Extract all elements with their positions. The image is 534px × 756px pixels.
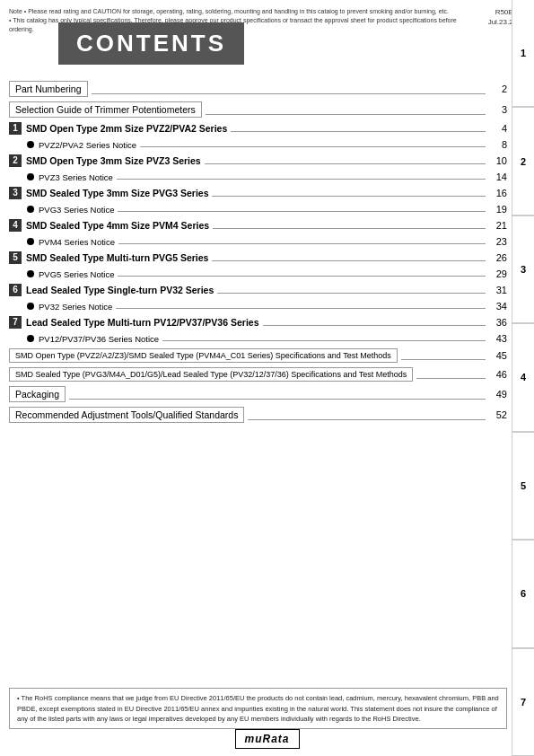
toc-dots	[231, 131, 486, 132]
bullet-dot	[27, 173, 34, 180]
toc-dots	[212, 260, 486, 261]
toc-row-smd-sealed-spec: SMD Sealed Type (PVG3/M4A_D01/G5)/Lead S…	[9, 367, 507, 382]
toc-row-2: 2 SMD Open Type 3mm Size PVZ3 Series 10	[9, 154, 507, 167]
toc-row-3: 3 SMD Sealed Type 3mm Size PVG3 Series 1…	[9, 187, 507, 199]
num-badge-4: 4	[9, 219, 22, 232]
num-badge-3: 3	[9, 187, 22, 199]
toc-row-6: 6 Lead Sealed Type Single-turn PV32 Seri…	[9, 284, 507, 296]
toc-label-part-numbering: Part Numbering	[9, 81, 88, 97]
toc-row-pvm4-notice: PVM4 Series Notice 23	[9, 236, 507, 247]
toc-dots	[248, 419, 486, 420]
toc-page-pvg3-notice: 19	[489, 204, 507, 215]
toc-row-smd-open-spec: SMD Open Type (PVZ2/A2/Z3)/SMD Sealed Ty…	[9, 348, 507, 363]
toc-label-pv32-notice: PV32 Series Notice	[39, 302, 112, 312]
toc-label-tools: Recommended Adjustment Tools/Qualified S…	[9, 407, 244, 423]
main-content: CONTENTS Part Numbering 2 Selection Guid…	[9, 22, 507, 702]
toc-page-pvm4-notice: 23	[489, 236, 507, 247]
toc-page-7: 36	[489, 317, 507, 328]
toc-row-7: 7 Lead Sealed Type Multi-turn PV12/PV37/…	[9, 316, 507, 329]
toc-dots	[162, 340, 486, 341]
bullet-dot	[27, 206, 34, 213]
toc-page-3: 16	[489, 188, 507, 198]
toc-row-4: 4 SMD Sealed Type 4mm Size PVM4 Series 2…	[9, 219, 507, 232]
toc-label-selection-guide: Selection Guide of Trimmer Potentiometer…	[9, 101, 202, 118]
toc-dots	[206, 114, 486, 115]
toc-row-pvz3-notice: PVZ3 Series Notice 14	[9, 171, 507, 182]
contents-title: CONTENTS	[76, 30, 226, 57]
side-tab-6[interactable]: 6	[512, 540, 534, 647]
toc-dots	[140, 146, 486, 147]
toc-dots	[416, 378, 486, 379]
footer-text: • The RoHS compliance means that we judg…	[17, 693, 499, 724]
toc-page-pvz3-notice: 14	[489, 171, 507, 182]
side-tab-3[interactable]: 3	[512, 215, 534, 323]
toc-row-1: 1 SMD Open Type 2mm Size PVZ2/PVA2 Serie…	[9, 122, 507, 135]
side-tab-7[interactable]: 7	[512, 648, 534, 756]
toc-row-pvg5-notice: PVG5 Series Notice 29	[9, 268, 507, 279]
toc-list: Part Numbering 2 Selection Guide of Trim…	[9, 81, 507, 423]
side-tab-4[interactable]: 4	[512, 323, 534, 431]
toc-page-6: 31	[489, 285, 507, 295]
num-badge-7: 7	[9, 316, 22, 329]
logo-text: muRata	[244, 733, 289, 745]
toc-dots	[118, 243, 486, 244]
toc-row-pv32-notice: PV32 Series Notice 34	[9, 301, 507, 312]
toc-dots	[117, 179, 486, 180]
toc-label-pvz3-notice: PVZ3 Series Notice	[39, 172, 113, 182]
toc-label-smd-sealed-spec: SMD Sealed Type (PVG3/M4A_D01/G5)/Lead S…	[9, 367, 413, 382]
toc-page-4: 21	[489, 220, 507, 231]
bullet-dot	[27, 303, 34, 310]
murata-logo: muRata	[234, 729, 299, 749]
toc-page-pv12-notice: 43	[489, 333, 507, 344]
toc-label-packaging: Packaging	[9, 386, 66, 402]
toc-page-pvg5-notice: 29	[489, 268, 507, 279]
toc-label-2: SMD Open Type 3mm Size PVZ3 Series	[26, 155, 201, 166]
toc-row-part-numbering: Part Numbering 2	[9, 81, 507, 97]
toc-label-pvm4-notice: PVM4 Series Notice	[39, 237, 115, 247]
toc-dots	[118, 211, 486, 212]
contents-header: CONTENTS	[58, 22, 244, 65]
num-badge-2: 2	[9, 154, 22, 167]
toc-label-pvg5-notice: PVG5 Series Notice	[39, 269, 114, 279]
toc-page-selection-guide: 3	[489, 104, 507, 115]
toc-label-pvz2-notice: PVZ2/PVA2 Series Notice	[39, 140, 136, 150]
toc-label-1: SMD Open Type 2mm Size PVZ2/PVA2 Series	[26, 123, 227, 134]
bullet-dot	[27, 141, 34, 148]
toc-dots	[205, 163, 486, 164]
footer-note: • The RoHS compliance means that we judg…	[9, 688, 507, 729]
toc-row-packaging: Packaging 49	[9, 386, 507, 402]
toc-page-2: 10	[489, 155, 507, 166]
toc-row-pvg3-notice: PVG3 Series Notice 19	[9, 204, 507, 215]
toc-page-pvz2-notice: 8	[489, 139, 507, 150]
toc-dots	[401, 359, 486, 360]
toc-page-smd-sealed-spec: 46	[489, 369, 507, 380]
toc-page-packaging: 49	[489, 389, 507, 400]
toc-row-tools: Recommended Adjustment Tools/Qualified S…	[9, 407, 507, 423]
side-tab-1[interactable]: 1	[512, 0, 534, 107]
toc-label-5: SMD Sealed Type Multi-turn PVG5 Series	[26, 252, 208, 263]
toc-row-5: 5 SMD Sealed Type Multi-turn PVG5 Series…	[9, 251, 507, 264]
toc-page-tools: 52	[489, 409, 507, 420]
toc-dots	[92, 93, 486, 94]
toc-page-5: 26	[489, 252, 507, 263]
toc-label-3: SMD Sealed Type 3mm Size PVG3 Series	[26, 188, 208, 198]
toc-label-7: Lead Sealed Type Multi-turn PV12/PV37/PV…	[26, 317, 259, 328]
toc-row-pv12-notice: PV12/PV37/PV36 Series Notice 43	[9, 333, 507, 344]
num-badge-5: 5	[9, 251, 22, 264]
toc-dots	[213, 228, 486, 229]
side-tab-5[interactable]: 5	[512, 432, 534, 540]
num-badge-1: 1	[9, 122, 22, 135]
toc-dots	[116, 308, 486, 309]
toc-dots	[217, 293, 486, 294]
side-tabs: 1 2 3 4 5 6 7	[512, 0, 534, 756]
toc-label-pvg3-notice: PVG3 Series Notice	[39, 205, 114, 215]
toc-page-pv32-notice: 34	[489, 301, 507, 312]
toc-label-4: SMD Sealed Type 4mm Size PVM4 Series	[26, 220, 209, 231]
bullet-dot	[27, 238, 34, 245]
bullet-dot	[27, 270, 34, 277]
toc-dots	[69, 399, 486, 400]
toc-dots	[263, 325, 486, 326]
bullet-dot	[27, 335, 34, 342]
toc-dots	[118, 276, 486, 277]
side-tab-2[interactable]: 2	[512, 107, 534, 215]
